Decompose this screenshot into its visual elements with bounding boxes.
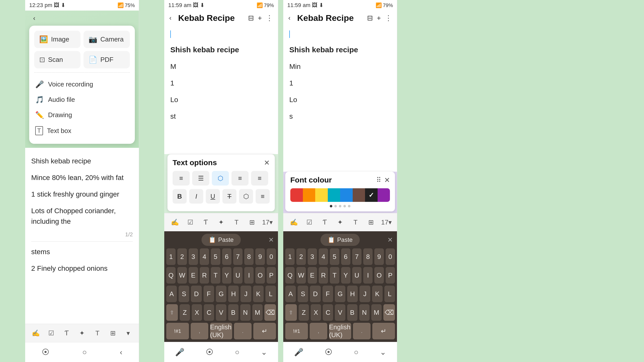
key-2-2[interactable]: 2 xyxy=(177,248,187,265)
attach-textbox-item[interactable]: T Text box xyxy=(34,123,130,139)
key-p-2[interactable]: P xyxy=(267,267,276,284)
key-j-3[interactable]: J xyxy=(359,286,370,302)
enter-key-3[interactable]: ↵ xyxy=(372,323,395,339)
key-7-3[interactable]: 7 xyxy=(352,248,361,265)
colour-cyan[interactable] xyxy=(328,188,340,202)
key-k-3[interactable]: K xyxy=(372,286,383,302)
key-m-2[interactable]: M xyxy=(252,304,263,321)
shift-key-2[interactable]: ⇧ xyxy=(166,304,178,321)
colour-red[interactable] xyxy=(290,188,303,202)
indent-button[interactable]: ⬡ xyxy=(239,189,253,204)
key-e-2[interactable]: E xyxy=(189,267,198,284)
key-v-2[interactable]: V xyxy=(216,304,226,321)
add-icon-3[interactable]: + xyxy=(377,14,381,22)
key-x-2[interactable]: X xyxy=(192,304,202,321)
align-justify-button[interactable]: ≡ xyxy=(251,171,268,186)
italic-button[interactable]: I xyxy=(189,189,203,204)
key-d-2[interactable]: D xyxy=(191,286,202,302)
add-icon-2[interactable]: + xyxy=(258,14,262,22)
book-icon-3[interactable]: ⊟ xyxy=(367,14,373,22)
key-6-3[interactable]: 6 xyxy=(341,248,350,265)
colour-blue[interactable] xyxy=(340,188,353,202)
attach-image-button[interactable]: 🖼️ Image xyxy=(34,31,80,48)
key-g-3[interactable]: G xyxy=(335,286,345,302)
attach-voice-item[interactable]: 🎤 Voice recording xyxy=(34,77,130,92)
key-q-3[interactable]: Q xyxy=(285,267,295,284)
check-icon[interactable]: ☑ xyxy=(46,328,57,339)
key-t-3[interactable]: T xyxy=(330,267,339,284)
enter-key-2[interactable]: ↵ xyxy=(253,323,276,339)
more-icon-2[interactable]: ⋮ xyxy=(266,14,273,22)
key-a-2[interactable]: A xyxy=(166,286,177,302)
key-3-2[interactable]: 3 xyxy=(189,248,198,265)
key-h-2[interactable]: H xyxy=(228,286,239,302)
key-f-2[interactable]: F xyxy=(204,286,214,302)
attach-drawing-item[interactable]: ✏️ Drawing xyxy=(34,107,130,123)
align-center-button[interactable]: ⬡ xyxy=(212,171,229,186)
period-key-2[interactable]: . xyxy=(234,323,252,339)
bold-button[interactable]: B xyxy=(173,189,187,204)
paste-close-3[interactable]: ✕ xyxy=(387,236,393,244)
sparkle-2[interactable]: ✦ xyxy=(216,217,227,228)
key-a-3[interactable]: A xyxy=(285,286,296,302)
key-h-3[interactable]: H xyxy=(347,286,358,302)
key-l-2[interactable]: L xyxy=(265,286,276,302)
check-3[interactable]: ☑ xyxy=(304,217,315,228)
more-icon-3[interactable]: ⋮ xyxy=(385,14,392,22)
text-style-2[interactable]: Ƭ xyxy=(200,217,211,228)
key-i-2[interactable]: I xyxy=(244,267,254,284)
back-button-1[interactable]: ‹ xyxy=(29,13,39,23)
home-2[interactable]: ○ xyxy=(227,346,247,358)
key-r-3[interactable]: R xyxy=(319,267,328,284)
fontsize-3[interactable]: 17▾ xyxy=(381,217,392,228)
key-0-2[interactable]: 0 xyxy=(267,248,276,265)
key-g-2[interactable]: G xyxy=(216,286,226,302)
key-u-3[interactable]: U xyxy=(352,267,361,284)
key-m-3[interactable]: M xyxy=(371,304,382,321)
key-x-3[interactable]: X xyxy=(311,304,321,321)
text-3[interactable]: T xyxy=(350,217,361,228)
paste-button-3[interactable]: 📋 Paste xyxy=(320,234,359,246)
comma-key-2[interactable]: , xyxy=(191,323,208,339)
align-right-button[interactable]: ≡ xyxy=(231,171,249,186)
key-t-2[interactable]: T xyxy=(211,267,220,284)
colour-yellow[interactable] xyxy=(315,188,328,202)
key-n-2[interactable]: N xyxy=(240,304,251,321)
comma-key-3[interactable]: , xyxy=(310,323,327,339)
home-3[interactable]: ○ xyxy=(346,346,366,358)
key-8-2[interactable]: 8 xyxy=(244,248,254,265)
book-icon-2[interactable]: ⊟ xyxy=(248,14,254,22)
key-o-2[interactable]: O xyxy=(255,267,265,284)
pen-tool-3[interactable]: ✍️ xyxy=(288,217,299,228)
key-u-2[interactable]: U xyxy=(233,267,243,284)
colour-orange[interactable] xyxy=(303,188,315,202)
font-colour-close-button[interactable]: ✕ xyxy=(384,176,390,184)
chevron-down-3[interactable]: ⌄ xyxy=(372,346,394,358)
key-y-2[interactable]: Y xyxy=(222,267,231,284)
key-e-3[interactable]: E xyxy=(308,267,317,284)
mic-icon-2[interactable]: 🎤 xyxy=(168,346,192,358)
key-z-3[interactable]: Z xyxy=(299,304,309,321)
key-0-3[interactable]: 0 xyxy=(386,248,395,265)
text-style-icon[interactable]: Ƭ xyxy=(61,328,72,339)
text-icon[interactable]: T xyxy=(92,328,103,339)
colour-brown[interactable] xyxy=(353,188,365,202)
text-style-3[interactable]: Ƭ xyxy=(319,217,330,228)
key-c-2[interactable]: C xyxy=(204,304,214,321)
period-key-3[interactable]: . xyxy=(353,323,371,339)
key-w-2[interactable]: W xyxy=(177,267,187,284)
key-z-2[interactable]: Z xyxy=(180,304,190,321)
key-1-3[interactable]: 1 xyxy=(285,248,295,265)
key-c-3[interactable]: C xyxy=(323,304,333,321)
more-icon[interactable]: ▾ xyxy=(123,328,134,339)
text-2[interactable]: T xyxy=(231,217,242,228)
check-2[interactable]: ☑ xyxy=(185,217,196,228)
key-q-2[interactable]: Q xyxy=(166,267,176,284)
key-o-3[interactable]: O xyxy=(374,267,384,284)
key-s-2[interactable]: S xyxy=(179,286,189,302)
key-b-2[interactable]: B xyxy=(228,304,238,321)
key-7-2[interactable]: 7 xyxy=(233,248,243,265)
outdent-button[interactable]: ≡ xyxy=(256,189,270,204)
bullet-list-button[interactable]: ≡ xyxy=(173,171,190,186)
attach-scan-button[interactable]: ⊡ Scan xyxy=(34,51,80,68)
